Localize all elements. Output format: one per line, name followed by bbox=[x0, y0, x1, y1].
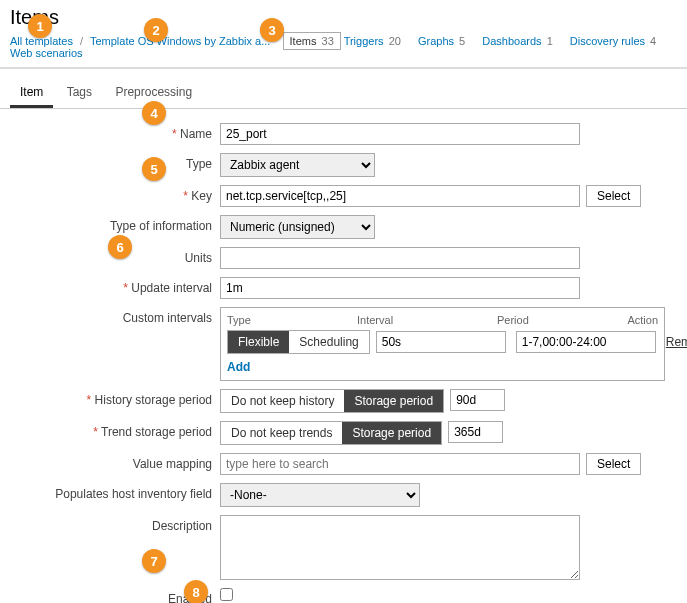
bc-discovery[interactable]: Discovery rules bbox=[570, 35, 645, 47]
trend-storage[interactable]: Storage period bbox=[342, 422, 441, 444]
custom-intervals-panel: TypeIntervalPeriodAction Flexible Schedu… bbox=[220, 307, 665, 381]
tab-tags[interactable]: Tags bbox=[57, 79, 102, 105]
label-name: Name bbox=[10, 123, 220, 141]
label-type: Type bbox=[10, 153, 220, 171]
units-input[interactable] bbox=[220, 247, 580, 269]
callout-8: 8 bbox=[184, 580, 208, 603]
label-description: Description bbox=[10, 515, 220, 533]
trend-value-input[interactable] bbox=[448, 421, 503, 443]
breadcrumb: All templates / Template OS Windows by Z… bbox=[0, 31, 687, 69]
label-type-of-info: Type of information bbox=[10, 215, 220, 233]
label-trend: Trend storage period bbox=[10, 421, 220, 439]
flexible-option[interactable]: Flexible bbox=[228, 331, 289, 353]
add-interval-link[interactable]: Add bbox=[227, 360, 658, 374]
value-mapping-select-button[interactable]: Select bbox=[586, 453, 641, 475]
label-custom-intervals: Custom intervals bbox=[10, 307, 220, 325]
tab-item[interactable]: Item bbox=[10, 79, 53, 108]
bc-triggers[interactable]: Triggers bbox=[344, 35, 384, 47]
bc-webscenarios[interactable]: Web scenarios bbox=[10, 47, 83, 59]
name-input[interactable] bbox=[220, 123, 580, 145]
history-toggle[interactable]: Do not keep history Storage period bbox=[220, 389, 444, 413]
callout-3: 3 bbox=[260, 18, 284, 42]
key-select-button[interactable]: Select bbox=[586, 185, 641, 207]
key-input[interactable] bbox=[220, 185, 580, 207]
enabled-checkbox[interactable] bbox=[220, 588, 233, 601]
trend-toggle[interactable]: Do not keep trends Storage period bbox=[220, 421, 442, 445]
callout-1: 1 bbox=[28, 14, 52, 38]
value-mapping-input[interactable] bbox=[220, 453, 580, 475]
interval-type-toggle[interactable]: Flexible Scheduling bbox=[227, 330, 370, 354]
history-nokeep[interactable]: Do not keep history bbox=[221, 390, 344, 412]
callout-5: 5 bbox=[142, 157, 166, 181]
scheduling-option[interactable]: Scheduling bbox=[289, 331, 368, 353]
label-update-interval: Update interval bbox=[10, 277, 220, 295]
bc-graphs[interactable]: Graphs bbox=[418, 35, 454, 47]
bc-template[interactable]: Template OS Windows by Zabbix a... bbox=[90, 35, 270, 47]
history-storage[interactable]: Storage period bbox=[344, 390, 443, 412]
tabs: Item Tags Preprocessing bbox=[0, 73, 687, 109]
label-value-mapping: Value mapping bbox=[10, 453, 220, 471]
remove-interval-link[interactable]: Remove bbox=[666, 335, 687, 349]
label-key: Key bbox=[10, 185, 220, 203]
callout-2: 2 bbox=[144, 18, 168, 42]
page-title: Items bbox=[0, 0, 687, 31]
callout-4: 4 bbox=[142, 101, 166, 125]
label-history: History storage period bbox=[10, 389, 220, 407]
label-inventory: Populates host inventory field bbox=[10, 483, 220, 501]
bc-items[interactable]: Items 33 bbox=[283, 32, 341, 50]
type-of-info-select[interactable]: Numeric (unsigned) bbox=[220, 215, 375, 239]
bc-dashboards[interactable]: Dashboards bbox=[482, 35, 541, 47]
callout-6: 6 bbox=[108, 235, 132, 259]
interval-input[interactable] bbox=[376, 331, 506, 353]
callout-7: 7 bbox=[142, 549, 166, 573]
update-interval-input[interactable] bbox=[220, 277, 580, 299]
type-select[interactable]: Zabbix agent bbox=[220, 153, 375, 177]
description-textarea[interactable] bbox=[220, 515, 580, 580]
inventory-select[interactable]: -None- bbox=[220, 483, 420, 507]
history-value-input[interactable] bbox=[450, 389, 505, 411]
trend-nokeep[interactable]: Do not keep trends bbox=[221, 422, 342, 444]
period-input[interactable] bbox=[516, 331, 656, 353]
